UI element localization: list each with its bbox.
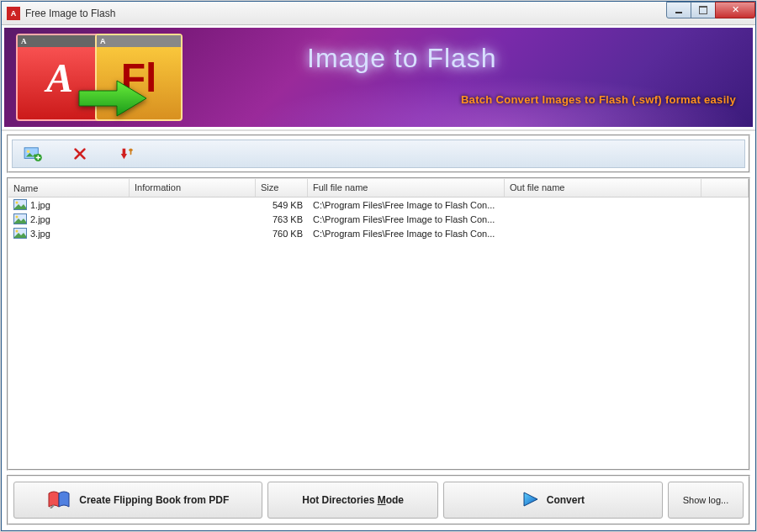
table-row[interactable]: 1.jpg549 KBC:\Program Files\Free Image t… [8, 198, 749, 212]
table-row[interactable]: 3.jpg760 KBC:\Program Files\Free Image t… [8, 226, 749, 240]
image-file-icon [13, 199, 29, 211]
col-header-full[interactable]: Full file name [308, 179, 505, 197]
col-header-spacer [701, 179, 749, 197]
svg-point-1 [27, 150, 30, 154]
image-file-icon [13, 228, 29, 240]
create-flipping-book-button[interactable]: Create Flipping Book from PDF [13, 482, 262, 519]
pdf-logo-bar: A [18, 35, 102, 47]
cell-out [505, 204, 701, 206]
banner-title: Image to Flash [307, 43, 497, 74]
col-header-info[interactable]: Information [130, 179, 256, 197]
cell-size: 549 KB [256, 199, 308, 211]
hot-directories-label: Hot Directories Mode [302, 494, 404, 506]
settings-button[interactable] [114, 143, 140, 165]
file-list-panel: Name Information Size Full file name Out… [7, 177, 750, 471]
cell-full: C:\Program Files\Free Image to Flash Con… [308, 199, 505, 211]
cell-out [505, 233, 701, 234]
cell-name: 3.jpg [8, 227, 130, 240]
svg-point-4 [16, 202, 19, 204]
image-file-icon [13, 213, 29, 225]
app-icon: A [7, 7, 20, 20]
cell-info [130, 233, 256, 234]
play-icon [521, 490, 540, 511]
list-header: Name Information Size Full file name Out… [8, 179, 749, 198]
cell-size: 760 KB [256, 228, 308, 240]
window-title: Free Image to Flash [25, 8, 115, 19]
cell-name: 1.jpg [8, 198, 130, 212]
cell-out [505, 219, 701, 220]
show-log-button[interactable]: Show log... [668, 482, 744, 519]
minimize-button[interactable] [666, 2, 691, 18]
maximize-button[interactable] [691, 2, 716, 18]
hot-directories-mode-button[interactable]: Hot Directories Mode [267, 482, 437, 519]
col-header-size[interactable]: Size [256, 179, 308, 197]
window-controls [667, 2, 755, 18]
svg-point-8 [16, 230, 19, 233]
create-flipping-book-label: Create Flipping Book from PDF [79, 494, 229, 506]
delete-button[interactable] [66, 143, 93, 165]
col-header-out[interactable]: Out file name [505, 179, 701, 197]
toolbar-panel [7, 134, 750, 173]
cell-info [130, 204, 256, 206]
toolbar [12, 140, 745, 168]
bottom-button-bar: Create Flipping Book from PDF Hot Direct… [7, 475, 750, 525]
col-header-name[interactable]: Name [8, 179, 130, 197]
cell-name: 2.jpg [8, 213, 130, 226]
cell-info [130, 219, 256, 220]
cell-size: 763 KB [256, 213, 308, 225]
list-body[interactable]: 1.jpg549 KBC:\Program Files\Free Image t… [8, 198, 749, 469]
svg-point-6 [16, 216, 19, 219]
convert-button[interactable]: Convert [443, 482, 663, 519]
titlebar: A Free Image to Flash [2, 2, 755, 25]
banner-subtitle: Batch Convert Images to Flash (.swf) for… [461, 93, 736, 106]
show-log-label: Show log... [683, 495, 728, 505]
flash-logo-bar: A [97, 35, 181, 47]
app-window: A Free Image to Flash A A [1, 1, 756, 531]
cell-full: C:\Program Files\Free Image to Flash Con… [308, 228, 505, 240]
banner-container: A A A Fl Image to Flash [2, 25, 755, 131]
cell-full: C:\Program Files\Free Image to Flash Con… [308, 213, 505, 225]
content-area: Name Information Size Full file name Out… [2, 131, 755, 530]
banner-logo-group: A A A Fl [16, 34, 183, 121]
close-button[interactable] [715, 2, 755, 18]
book-icon [47, 490, 72, 511]
table-row[interactable]: 2.jpg763 KBC:\Program Files\Free Image t… [8, 212, 749, 226]
add-image-button[interactable] [19, 143, 46, 165]
banner: A A A Fl Image to Flash [4, 28, 753, 127]
banner-title-wrap: Image to Flash [307, 43, 497, 74]
convert-label: Convert [547, 494, 585, 506]
pdf-logo-letter: A [46, 55, 73, 101]
